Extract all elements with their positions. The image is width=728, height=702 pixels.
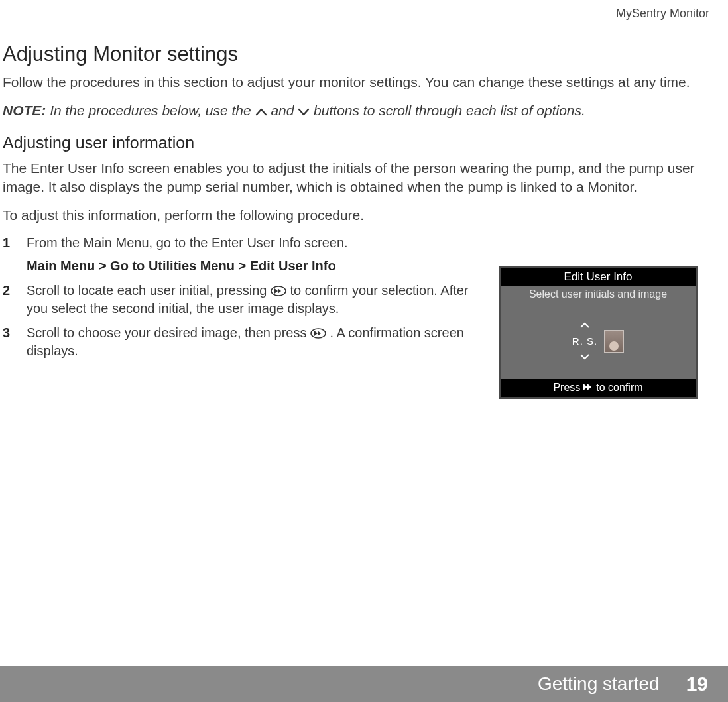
down-chevron-icon — [298, 107, 310, 117]
page-content: Adjusting Monitor settings Follow the pr… — [3, 42, 711, 399]
fast-forward-icon — [310, 328, 326, 339]
device-subtitle: Select user initials and image — [501, 286, 696, 304]
note-text-1: In the procedures below, use the — [46, 103, 255, 118]
step-2: Scroll to locate each user initial, pres… — [3, 282, 480, 318]
device-footer-after: to confirm — [596, 382, 642, 394]
device-footer-before: Press — [553, 382, 580, 394]
note-paragraph: NOTE: In the procedures below, use the a… — [3, 103, 711, 119]
steps-and-figure-row: From the Main Menu, go to the Enter User… — [3, 234, 711, 399]
section-intro: Follow the procedures in this section to… — [3, 73, 711, 91]
steps-column: From the Main Menu, go to the Enter User… — [3, 234, 480, 367]
device-user-avatar-icon — [604, 330, 624, 353]
steps-list: From the Main Menu, go to the Enter User… — [3, 234, 480, 360]
step-2-text-before: Scroll to locate each user initial, pres… — [27, 283, 271, 298]
note-text-3: buttons to scroll through each list of o… — [310, 103, 585, 118]
step-1: From the Main Menu, go to the Enter User… — [3, 234, 480, 275]
device-screenshot: Edit User Info Select user initials and … — [499, 266, 698, 399]
page-footer-bar: Getting started 19 — [0, 666, 728, 702]
device-up-chevron-icon — [579, 320, 590, 331]
device-initials-block: R. S. — [572, 320, 624, 363]
note-text-2: and — [267, 103, 298, 118]
step-3: Scroll to choose your desired image, the… — [3, 324, 480, 360]
footer-section-name: Getting started — [538, 673, 660, 695]
subsection-title: Adjusting user information — [3, 133, 711, 152]
step-1-text: From the Main Menu, go to the Enter User… — [27, 235, 348, 250]
device-down-chevron-icon — [579, 351, 590, 363]
device-footer: Press to confirm — [501, 379, 696, 397]
step-1-menu-path: Main Menu > Go to Utilities Menu > Edit … — [27, 257, 480, 275]
device-initials-label: R. S. — [572, 335, 597, 347]
device-scroll-arrows: R. S. — [572, 320, 597, 363]
device-body: R. S. — [501, 304, 696, 379]
footer-page-number: 19 — [686, 673, 708, 695]
device-fast-forward-icon — [583, 382, 593, 394]
header-product-name: MySentry Monitor — [616, 7, 709, 21]
step-3-text-before: Scroll to choose your desired image, the… — [27, 325, 310, 340]
subsection-lead: The Enter User Info screen enables you t… — [3, 159, 711, 196]
section-title: Adjusting Monitor settings — [3, 42, 711, 66]
figure-column: Edit User Info Select user initials and … — [499, 234, 711, 399]
procedure-intro: To adjust this information, perform the … — [3, 207, 711, 223]
header-rule — [0, 23, 711, 23]
up-chevron-icon — [255, 107, 267, 117]
note-label: NOTE: — [3, 103, 46, 118]
device-title: Edit User Info — [501, 268, 696, 286]
document-page: MySentry Monitor Adjusting Monitor setti… — [0, 0, 728, 702]
fast-forward-icon — [271, 286, 286, 296]
